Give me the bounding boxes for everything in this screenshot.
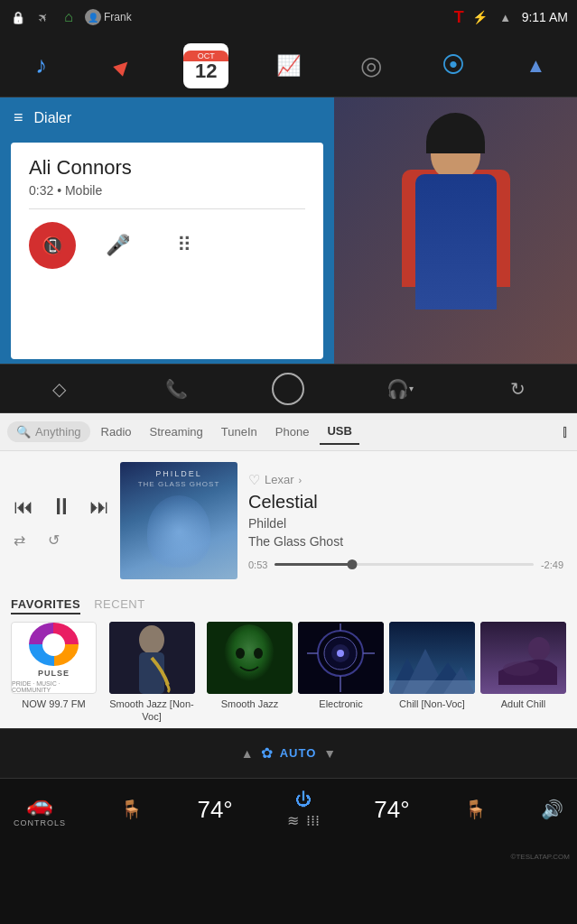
music-section: 🔍 Anything Radio Streaming TuneIn Phone … <box>0 413 577 728</box>
favorite-item-smoothjazz-nv[interactable]: Smooth Jazz [Non-Voc] <box>102 622 201 724</box>
previous-button[interactable]: ⏮ <box>14 495 33 519</box>
climate-bar: ▲ ✿ AUTO ▼ <box>0 728 577 778</box>
pulse-sub: PRIDE · MUSIC · COMMUNITY <box>12 680 96 693</box>
track-title: Celestial <box>248 492 563 513</box>
play-pause-button[interactable]: ⏸ <box>50 493 73 521</box>
repeat-button[interactable]: ↺ <box>48 531 60 549</box>
climate-power-icon[interactable]: ⏻ <box>295 790 312 809</box>
climate-center-controls: ⏻ ≋ ⁞⁞⁞ <box>287 790 320 829</box>
recent-tab[interactable]: RECENT <box>94 597 144 614</box>
bottom-nav-bar: ◇ 📞 🎧▾ ↻ <box>0 364 577 413</box>
climate-defrost-icon[interactable]: ≋ <box>287 812 299 829</box>
seat-icon-left[interactable]: 🪑 <box>120 799 143 820</box>
album-sub: THE GLASS GHOST <box>138 480 220 488</box>
shuffle-button[interactable]: ⇄ <box>14 531 25 549</box>
bottom-controls: 🚗 CONTROLS 🪑 74° ⏻ ≋ ⁞⁞⁞ 74° 🪑 🔊 <box>0 778 577 841</box>
library-label: ♡ Lexar › <box>248 472 563 488</box>
tab-usb[interactable]: USB <box>320 419 358 445</box>
nav-phone-button[interactable]: 📞 <box>154 368 200 409</box>
app-stocks[interactable]: 📈 <box>265 43 311 88</box>
progress-bar[interactable] <box>275 563 534 566</box>
status-bar: 👤 Frank T 9:11 AM <box>0 0 577 34</box>
arrow-up-left[interactable]: ▲ <box>241 746 254 761</box>
contact-figure <box>393 111 519 364</box>
pulse-label: PULSE <box>38 669 70 678</box>
fan-icon: ✿ <box>261 744 273 762</box>
favorite-item-electronic[interactable]: Electronic <box>298 622 384 724</box>
app-camera[interactable]: ⦿ <box>431 43 476 88</box>
app-maps[interactable]: ▲ <box>92 33 156 97</box>
call-type: Mobile <box>65 183 102 198</box>
menu-icon[interactable]: ≡ <box>14 108 23 127</box>
track-artist: Phildel <box>248 516 563 531</box>
tab-streaming[interactable]: Streaming <box>143 420 210 444</box>
arrow-down-right[interactable]: ▼ <box>323 746 336 761</box>
favorites-tab[interactable]: FAVORITES <box>11 597 80 614</box>
bluetooth-icon <box>471 8 489 26</box>
controls-label: CONTROLS <box>14 818 66 827</box>
app-calendar[interactable]: OCT 12 <box>183 43 228 88</box>
favorite-item-pulse[interactable]: PULSE PRIDE · MUSIC · COMMUNITY NOW 99.7… <box>11 622 97 724</box>
volume-icon[interactable]: 🔊 <box>541 799 563 820</box>
favorite-thumb-smoothjazz <box>207 622 293 694</box>
favorites-tabs: FAVORITES RECENT <box>11 597 566 614</box>
next-button[interactable]: ⏭ <box>89 495 109 519</box>
favorite-thumb-jazz <box>109 622 195 694</box>
progress-dot <box>348 559 358 569</box>
caller-name: Ali Connors <box>29 156 305 180</box>
progress-current: 0:53 <box>248 559 267 570</box>
status-icons-right: T 9:11 AM <box>454 8 568 27</box>
left-temp: 74° <box>197 796 232 824</box>
favorites-section: FAVORITES RECENT PULSE PRIDE · MUSIC · C… <box>0 590 577 728</box>
call-info: 0:32 • Mobile <box>29 183 305 198</box>
tab-phone[interactable]: Phone <box>268 420 317 444</box>
call-duration: 0:32 <box>29 183 53 198</box>
right-temp: 74° <box>374 796 409 824</box>
climate-fan-icon[interactable]: ⁞⁞⁞ <box>306 812 320 829</box>
favorite-item-adultchill[interactable]: Adult Chill <box>480 622 566 724</box>
search-box[interactable]: 🔍 Anything <box>7 421 90 442</box>
call-actions: 📵 🎤✕ ⠿ <box>29 222 305 269</box>
heart-icon[interactable]: ♡ <box>248 472 260 488</box>
album-art-inner: PHILDEL THE GLASS GHOST <box>120 462 237 579</box>
progress-bar-wrap: 0:53 -2:49 <box>248 559 563 570</box>
person-hair <box>426 113 485 153</box>
album-label: PHILDEL <box>155 469 202 478</box>
call-divider <box>29 208 305 209</box>
progress-remaining: -2:49 <box>541 559 563 570</box>
mute-button[interactable]: 🎤✕ <box>103 227 139 263</box>
progress-fill <box>275 563 352 566</box>
status-icons-left: 👤 Frank <box>9 8 132 26</box>
nav-home-button[interactable] <box>272 373 304 405</box>
app-arrow[interactable]: ▲ <box>513 43 558 88</box>
dialer-panel: ≡ Dialer Ali Connors 0:32 • Mobile 📵 🎤✕ … <box>0 97 334 364</box>
car-controls[interactable]: 🚗 CONTROLS <box>14 791 66 827</box>
auto-label: AUTO <box>280 746 317 760</box>
app-music[interactable]: ♪ <box>19 43 64 88</box>
seat-icon-right[interactable]: 🪑 <box>464 799 487 820</box>
tab-radio[interactable]: Radio <box>94 420 139 444</box>
nav-headphones-button[interactable]: 🎧▾ <box>377 368 423 409</box>
navigation-icon <box>34 8 52 26</box>
track-info: ♡ Lexar › Celestial Phildel The Glass Gh… <box>248 472 563 570</box>
equalizer-icon[interactable]: ⫿ <box>562 422 570 441</box>
favorite-item-smoothjazz[interactable]: Smooth Jazz <box>207 622 293 724</box>
player-controls: ⏮ ⏸ ⏭ ⇄ ↺ <box>14 493 109 549</box>
music-player: ⏮ ⏸ ⏭ ⇄ ↺ PHILDEL THE GLASS GHOST ♡ Lexa… <box>0 451 577 590</box>
keypad-button[interactable]: ⠿ <box>166 227 202 263</box>
app-safari[interactable]: ◎ <box>349 43 394 88</box>
favorite-label-jazz: Smooth Jazz [Non-Voc] <box>102 698 201 724</box>
track-album: The Glass Ghost <box>248 534 563 549</box>
svg-point-23 <box>528 637 550 661</box>
nav-refresh-button[interactable]: ↻ <box>496 368 541 409</box>
tab-tunein[interactable]: TuneIn <box>214 420 265 444</box>
favorite-label-smoothjazz: Smooth Jazz <box>221 698 279 710</box>
album-figure <box>147 495 210 568</box>
user-info: 👤 Frank <box>85 9 132 25</box>
favorite-item-chill[interactable]: Chill [Non-Voc] <box>389 622 475 724</box>
nav-directions-button[interactable]: ◇ <box>36 368 81 409</box>
end-call-button[interactable]: 📵 <box>29 222 76 269</box>
search-text: Anything <box>35 425 81 439</box>
main-top-area: ≡ Dialer Ali Connors 0:32 • Mobile 📵 🎤✕ … <box>0 97 577 364</box>
favorite-thumb-chill <box>389 622 475 694</box>
